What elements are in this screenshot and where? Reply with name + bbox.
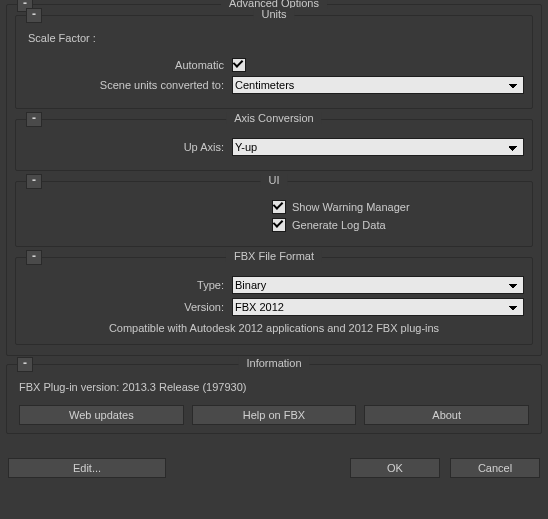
units-group: - Units Scale Factor : Automatic Scene u… — [15, 15, 533, 109]
ui-collapse-button[interactable]: - — [26, 174, 42, 189]
advanced-options-group: - Advanced Options - Units Scale Factor … — [6, 4, 542, 356]
units-collapse-button[interactable]: - — [26, 8, 42, 23]
version-select[interactable]: FBX 2012 — [232, 298, 524, 316]
about-button[interactable]: About — [364, 405, 529, 425]
compatibility-text: Compatible with Autodesk 2012 applicatio… — [24, 322, 524, 334]
show-warning-label: Show Warning Manager — [292, 201, 524, 213]
units-title: Units — [253, 8, 294, 20]
generate-log-checkbox[interactable] — [272, 218, 286, 232]
information-title: Information — [238, 357, 309, 369]
up-axis-label: Up Axis: — [24, 141, 232, 153]
automatic-checkbox[interactable] — [232, 58, 246, 72]
show-warning-checkbox[interactable] — [272, 200, 286, 214]
version-label: Version: — [24, 301, 232, 313]
information-group: - Information FBX Plug-in version: 2013.… — [6, 364, 542, 434]
scene-units-select[interactable]: Centimeters — [232, 76, 524, 94]
fbx-collapse-button[interactable]: - — [26, 250, 42, 265]
scale-factor-label: Scale Factor : — [24, 30, 524, 54]
information-collapse-button[interactable]: - — [17, 357, 33, 372]
axis-conversion-title: Axis Conversion — [226, 112, 321, 124]
scene-units-label: Scene units converted to: — [24, 79, 232, 91]
edit-button[interactable]: Edit... — [8, 458, 166, 478]
generate-log-label: Generate Log Data — [292, 219, 524, 231]
web-updates-button[interactable]: Web updates — [19, 405, 184, 425]
plugin-version-text: FBX Plug-in version: 2013.3 Release (197… — [15, 375, 533, 395]
automatic-label: Automatic — [24, 59, 232, 71]
type-label: Type: — [24, 279, 232, 291]
help-on-fbx-button[interactable]: Help on FBX — [192, 405, 357, 425]
ok-button[interactable]: OK — [350, 458, 440, 478]
type-select[interactable]: Binary — [232, 276, 524, 294]
up-axis-select[interactable]: Y-up — [232, 138, 524, 156]
ui-title: UI — [261, 174, 288, 186]
axis-conversion-group: - Axis Conversion Up Axis: Y-up — [15, 119, 533, 171]
fbx-format-group: - FBX File Format Type: Binary Version: … — [15, 257, 533, 345]
fbx-format-title: FBX File Format — [226, 250, 322, 262]
cancel-button[interactable]: Cancel — [450, 458, 540, 478]
ui-group: - UI Show Warning Manager Generate Log D… — [15, 181, 533, 247]
axis-collapse-button[interactable]: - — [26, 112, 42, 127]
